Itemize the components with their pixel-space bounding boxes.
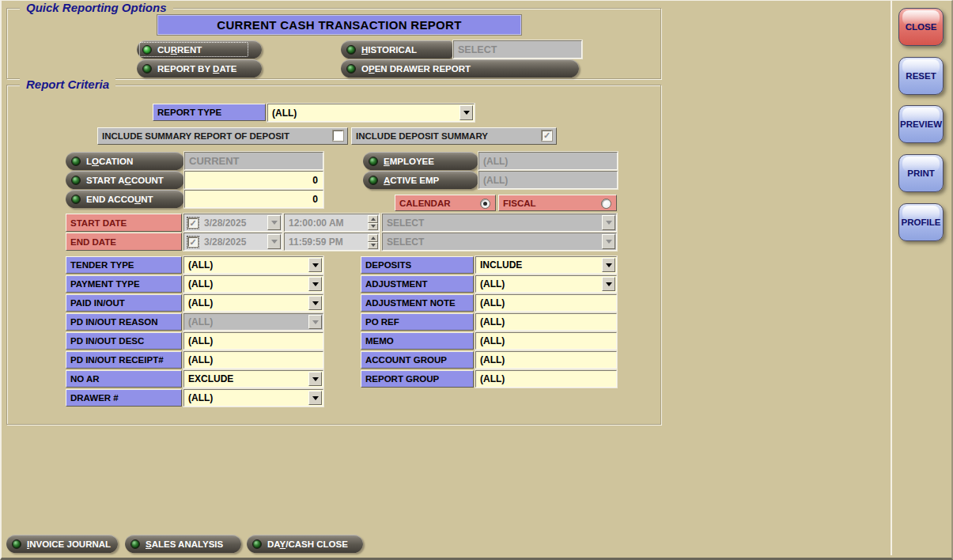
criteria-label: ACCOUNT GROUP (361, 351, 474, 369)
criteria-text-field[interactable]: (ALL) (183, 332, 323, 350)
report-type-dropdown[interactable]: (ALL) (267, 104, 475, 122)
dropdown-arrow-icon[interactable] (459, 105, 473, 120)
location-button-label: LOCATION (86, 157, 133, 166)
calendar-radio[interactable] (480, 199, 490, 209)
criteria-value: (ALL) (188, 316, 213, 327)
active-emp-field: (ALL) (478, 171, 618, 189)
criteria-text-field[interactable]: (ALL) (475, 351, 617, 369)
start-time-spinner[interactable]: 12:00:00 AM (284, 214, 380, 232)
dropdown-arrow-icon[interactable] (308, 296, 322, 310)
dropdown-arrow-icon[interactable] (602, 215, 615, 230)
current-button[interactable]: CURRENT (137, 40, 262, 59)
include-summary-label: INCLUDE SUMMARY REPORT OF DEPOSIT (102, 131, 289, 141)
criteria-dropdown[interactable]: EXCLUDE (183, 370, 323, 388)
open-drawer-report-button[interactable]: OPEN DRAWER REPORT (341, 59, 579, 78)
reset-button[interactable]: RESET (898, 57, 944, 95)
dropdown-arrow-icon[interactable] (602, 258, 615, 272)
report-by-date-button-label: REPORT BY DATE (157, 64, 237, 74)
dropdown-arrow-icon[interactable] (602, 277, 615, 291)
criteria-dropdown[interactable]: (ALL) (183, 389, 323, 407)
historical-button[interactable]: HISTORICAL (341, 40, 452, 59)
active-emp-button[interactable]: ACTIVE EMP (363, 171, 478, 189)
end-period-value: SELECT (387, 236, 424, 248)
criteria-label: PD IN/OUT DESC (66, 332, 182, 350)
start-date-picker[interactable]: 3/28/2025 (183, 214, 282, 232)
start-account-field[interactable]: 0 (184, 171, 323, 189)
report-type-value: (ALL) (272, 108, 297, 119)
criteria-text-field[interactable]: (ALL) (183, 351, 323, 369)
criteria-dropdown[interactable]: (ALL) (183, 256, 323, 274)
dropdown-arrow-icon[interactable] (267, 234, 281, 249)
dropdown-arrow-icon[interactable] (308, 391, 322, 405)
criteria-dropdown[interactable]: INCLUDE (475, 256, 617, 274)
criteria-text-field[interactable]: (ALL) (475, 370, 617, 388)
end-account-button[interactable]: END ACCOUNT (66, 190, 184, 208)
end-date-picker[interactable]: 3/28/2025 (183, 233, 282, 251)
dropdown-arrow-icon[interactable] (308, 277, 322, 291)
report-criteria-group: Report Criteria REPORT TYPE (ALL) INCLUD… (6, 85, 661, 425)
include-summary-checkbox[interactable] (333, 131, 343, 141)
end-time-spinner[interactable]: 11:59:59 PM (284, 233, 380, 251)
criteria-label: PO REF (361, 313, 474, 331)
criteria-dropdown[interactable]: (ALL) (183, 275, 323, 293)
criteria-dropdown[interactable]: (ALL) (475, 275, 617, 293)
quick-reporting-group-title: Quick Reporting Options (20, 1, 173, 14)
criteria-label: PD IN/OUT RECEIPT# (66, 351, 182, 369)
criteria-text-field[interactable]: (ALL) (475, 332, 617, 350)
location-button[interactable]: LOCATION (66, 152, 184, 170)
include-deposit-checkbox[interactable] (542, 131, 552, 141)
profile-button-label: PROFILE (902, 218, 941, 227)
criteria-value: (ALL) (480, 278, 505, 289)
criteria-label: TENDER TYPE (66, 256, 182, 274)
end-period-select[interactable]: SELECT (382, 233, 617, 251)
historical-select-field[interactable]: SELECT (453, 40, 582, 59)
preview-button-label: PREVIEW (900, 119, 942, 129)
criteria-value: INCLUDE (480, 259, 522, 271)
fiscal-option[interactable]: FISCAL (498, 195, 617, 211)
day-cash-close-button[interactable]: DAY/CASH CLOSE (247, 535, 363, 553)
main-right-divider (891, 1, 892, 555)
end-date-checkbox[interactable] (188, 237, 198, 247)
criteria-text-field[interactable]: (ALL) (475, 294, 617, 312)
calendar-label: CALENDAR (399, 199, 451, 208)
end-account-field[interactable]: 0 (184, 190, 323, 208)
criteria-value: EXCLUDE (188, 373, 233, 384)
profile-button[interactable]: PROFILE (898, 203, 944, 241)
start-date-value: 3/28/2025 (204, 218, 246, 229)
reset-button-label: RESET (906, 71, 936, 81)
invoice-journal-button[interactable]: INVOICE JOURNAL (6, 535, 118, 553)
dropdown-arrow-icon[interactable] (602, 234, 615, 249)
current-button-label: CURRENT (157, 45, 202, 55)
fiscal-radio[interactable] (601, 199, 611, 209)
start-date-checkbox[interactable] (188, 218, 198, 228)
start-period-select[interactable]: SELECT (382, 214, 617, 232)
criteria-value: (ALL) (188, 278, 213, 289)
dropdown-arrow-icon (308, 315, 322, 329)
end-time-value: 11:59:59 PM (289, 236, 343, 248)
start-date-checkbox-wrap[interactable] (187, 217, 199, 229)
led-icon (346, 64, 356, 74)
preview-button[interactable]: PREVIEW (898, 105, 944, 143)
criteria-value: (ALL) (480, 297, 505, 308)
criteria-label: PAYMENT TYPE (66, 275, 182, 293)
criteria-dropdown[interactable]: (ALL) (183, 294, 323, 312)
spinner-icon[interactable] (368, 215, 378, 230)
quick-reporting-group: Quick Reporting Options CURRENT CASH TRA… (6, 8, 661, 79)
criteria-text-field[interactable]: (ALL) (475, 313, 617, 331)
employee-button[interactable]: EMPLOYEE (363, 152, 478, 170)
dropdown-arrow-icon[interactable] (308, 372, 322, 386)
sales-analysis-button[interactable]: SALES ANALYSIS (125, 535, 241, 553)
calendar-option[interactable]: CALENDAR (395, 195, 496, 211)
print-button[interactable]: PRINT (898, 154, 944, 192)
report-by-date-button[interactable]: REPORT BY DATE (137, 59, 262, 78)
led-icon (130, 539, 140, 549)
end-date-checkbox-wrap[interactable] (187, 236, 199, 248)
button-label: DAY/CASH CLOSE (267, 539, 348, 549)
include-deposit-label: INCLUDE DEPOSIT SUMMARY (356, 131, 488, 141)
spinner-icon[interactable] (368, 234, 378, 249)
dropdown-arrow-icon[interactable] (308, 258, 322, 272)
led-icon (142, 45, 152, 55)
dropdown-arrow-icon[interactable] (267, 215, 281, 230)
close-button[interactable]: CLOSE (898, 8, 944, 46)
start-account-button[interactable]: START ACCOUNT (66, 171, 184, 189)
